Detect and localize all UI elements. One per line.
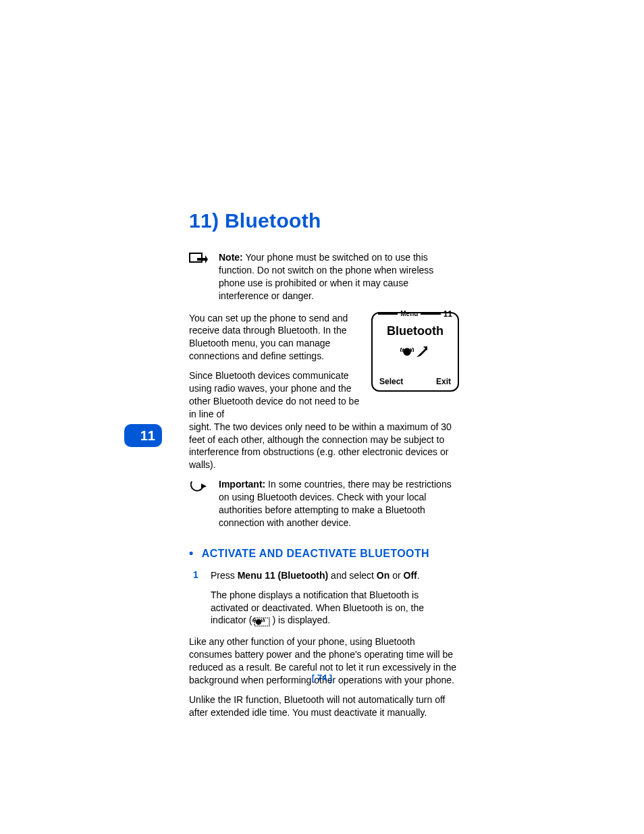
page-number: [ 74 ] [0,673,644,683]
chapter-title: 11) Bluetooth [189,209,459,232]
note-label: Note: [219,252,243,263]
important-callout: Important: In some countries, there may … [189,478,459,529]
note-body: Your phone must be switched on to use th… [219,252,433,301]
note-icon [189,251,208,266]
phone-menu-number: 11 [444,309,452,319]
phone-softkey-right: Exit [436,377,451,386]
phone-menu-label: Menu [400,310,418,317]
step-subtext: The phone displays a notification that B… [211,589,459,628]
step-text: Press Menu 11 (Bluetooth) and select On … [211,569,459,582]
section-title: ACTIVATE AND DEACTIVATE BLUETOOTH [202,548,429,560]
intro-paragraph-1: You can set up the phone to send and rec… [189,312,362,363]
note-text: Note: Your phone must be switched on to … [219,251,459,303]
important-text: Important: In some countries, there may … [219,478,459,529]
important-label: Important: [219,479,265,490]
bluetooth-icon [378,344,452,360]
step-number: 1 [193,569,200,582]
phone-softkey-left: Select [379,377,403,386]
svg-point-1 [404,348,410,355]
intro-paragraph-2: Since Bluetooth devices communicate usin… [189,369,362,421]
intro-paragraph-3: sight. The two devices only need to be w… [189,421,459,472]
note-callout: Note: Your phone must be switched on to … [189,251,459,303]
phone-screen-title: Bluetooth [378,324,452,338]
important-icon [189,478,208,493]
page-content: 11) Bluetooth Note: Your phone must be s… [189,209,459,726]
step-1: 1 Press Menu 11 (Bluetooth) and select O… [193,569,459,582]
body-paragraph-2: Unlike the IR function, Bluetooth will n… [189,694,459,719]
svg-point-2 [257,619,261,624]
intro-row: You can set up the phone to send and rec… [189,312,459,421]
chapter-tab: 11 [124,424,162,447]
svg-rect-0 [190,253,202,262]
phone-screen-illustration: Menu 11 Bluetooth [371,312,459,392]
section-bullet: • [189,547,194,559]
section-heading: • ACTIVATE AND DEACTIVATE BLUETOOTH [189,547,459,560]
bluetooth-indicator-icon [252,615,272,627]
chapter-tab-number: 11 [140,428,155,444]
